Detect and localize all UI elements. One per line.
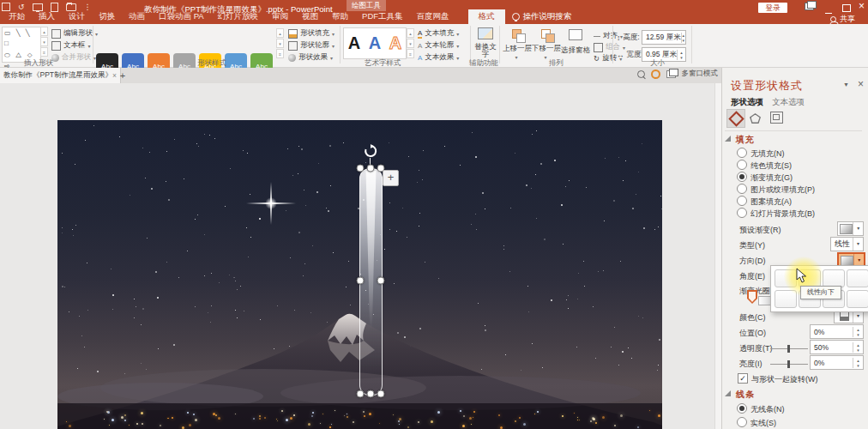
document-tab[interactable]: 教你制作《PPT制作流星雨效果》.pptx ×	[0, 68, 121, 83]
rotate-with-shape-label[interactable]: 与形状一起旋转(W)	[751, 374, 818, 385]
resize-handle-mid-left[interactable]	[357, 277, 365, 285]
send-backward-button[interactable]: 下移一层 ▾	[532, 29, 559, 60]
transparency-slider-thumb[interactable]	[787, 345, 790, 353]
radio-picture-fill-label[interactable]: 图片或纹理填充(P)	[750, 184, 815, 196]
resize-handle-mid-right[interactable]	[377, 277, 385, 285]
bring-forward-button[interactable]: 上移一层 ▾	[503, 29, 530, 60]
direction-option[interactable]	[775, 269, 797, 287]
resize-handle-bottom-left[interactable]	[357, 390, 365, 398]
new-document-tab-button[interactable]: +	[117, 69, 129, 82]
radio-no-line-label[interactable]: 无线条(N)	[750, 404, 785, 415]
radio-no-fill-label[interactable]: 无填充(N)	[750, 148, 785, 160]
resize-handle-top-mid[interactable]	[367, 165, 375, 172]
radio-background-fill[interactable]	[737, 208, 747, 218]
floating-plus-button[interactable]: +	[383, 170, 399, 186]
tab-help[interactable]: 帮助	[325, 9, 355, 24]
ribbon-display-options-icon[interactable]	[805, 3, 814, 12]
wordart-sample-blue[interactable]: A	[369, 33, 381, 53]
radio-gradient-fill[interactable]	[737, 172, 747, 182]
tab-view[interactable]: 视图	[295, 9, 325, 24]
transparency-input[interactable]: 50% ▴▾	[810, 340, 864, 354]
text-effects-button[interactable]: A 文本效果▾	[418, 52, 459, 63]
window-close-icon[interactable]: ×	[859, 2, 865, 10]
gradient-type-dropdown[interactable]: 线性 ▾	[830, 237, 864, 251]
resize-handle-bottom-mid[interactable]	[367, 390, 375, 398]
radio-gradient-fill-label[interactable]: 渐变填充(G)	[750, 172, 793, 184]
text-outline-button[interactable]: A 文本轮廓▾	[418, 40, 459, 51]
panel-tab-shape-options[interactable]: 形状选项	[731, 97, 763, 108]
wordart-sample-black[interactable]: A	[348, 33, 360, 53]
radio-picture-fill[interactable]	[737, 184, 747, 194]
wordart-sample-orange[interactable]: A	[389, 33, 401, 53]
resize-handle-top-left[interactable]	[357, 165, 365, 172]
shape-fill-button[interactable]: 形状填充▾	[288, 28, 335, 39]
radio-solid-line[interactable]	[737, 417, 747, 427]
wordart-scroll[interactable]: ▴▾≡	[407, 28, 414, 58]
gradient-angle-label: 角度(E)	[739, 271, 765, 282]
selection-pane-button[interactable]: 选择窗格	[561, 29, 590, 56]
radio-background-fill-label[interactable]: 幻灯片背景填充(B)	[750, 208, 815, 220]
section-collapse-icon[interactable]	[725, 136, 731, 142]
radio-no-fill[interactable]	[737, 148, 747, 158]
tab-home[interactable]: 开始	[2, 9, 32, 24]
resize-handle-bottom-right[interactable]	[377, 390, 385, 398]
panel-close-icon[interactable]: ×	[858, 78, 864, 90]
brightness-slider-thumb[interactable]	[787, 360, 790, 368]
panel-dropdown-icon[interactable]: ▼	[843, 82, 849, 88]
multi-window-mode-button[interactable]: 多窗口模式	[682, 69, 719, 79]
fill-section-header[interactable]: 填充	[736, 134, 755, 146]
direction-option[interactable]	[823, 269, 845, 287]
tab-review[interactable]: 审阅	[265, 9, 295, 24]
text-box-button[interactable]: 文本框▾	[51, 40, 91, 51]
fill-line-icon-selected[interactable]	[726, 109, 745, 128]
brightness-slider[interactable]	[770, 364, 808, 365]
shape-effects-button[interactable]: 形状效果▾	[288, 52, 333, 63]
radio-pattern-fill-label[interactable]: 图案填充(A)	[750, 196, 792, 208]
tab-slideshow[interactable]: 幻灯片放映	[211, 9, 266, 24]
mouse-cursor	[796, 268, 806, 283]
tab-format[interactable]: 格式	[468, 9, 505, 24]
rotate-with-shape-checkbox[interactable]: ✓	[738, 373, 748, 384]
radio-solid-line-label[interactable]: 实线(S)	[750, 418, 776, 429]
shape-styles-scroll[interactable]: ▴▾≡	[276, 28, 284, 58]
radio-solid-fill[interactable]	[737, 160, 747, 170]
tab-design[interactable]: 设计	[62, 9, 92, 24]
radio-no-line[interactable]	[737, 403, 747, 414]
effects-icon[interactable]	[750, 112, 761, 127]
tab-pdf-tools[interactable]: PDF工具集	[355, 9, 410, 24]
tab-insert[interactable]: 插入	[32, 9, 62, 24]
tab-baidu-netdisk[interactable]: 百度网盘	[410, 9, 456, 24]
edit-shape-button[interactable]: 编辑形状▾	[51, 28, 98, 39]
shape-effects-icon	[288, 54, 296, 62]
section-collapse-icon[interactable]	[725, 390, 731, 396]
stop-position-input[interactable]: 0% ▴▾	[810, 324, 864, 339]
rotate-handle[interactable]	[364, 144, 377, 158]
direction-option[interactable]	[847, 290, 868, 308]
tab-transitions[interactable]: 切换	[92, 9, 122, 24]
size-properties-icon[interactable]	[770, 112, 783, 124]
tell-me-search[interactable]: 操作说明搜索	[505, 9, 579, 24]
preset-gradient-dropdown[interactable]: ▾	[837, 221, 864, 236]
stop-position-label: 位置(O)	[739, 328, 766, 339]
shape-gallery[interactable]: ▭ ╲ ╲ □ ⬭ △ ◇ ⇨	[2, 27, 41, 63]
radio-pattern-fill[interactable]	[737, 196, 747, 206]
panel-tab-text-options[interactable]: 文本选项	[772, 97, 805, 108]
wordart-gallery[interactable]: A A A	[343, 27, 407, 59]
shape-gallery-scroll[interactable]: ▴▾≡	[40, 27, 48, 57]
transparency-slider[interactable]	[770, 348, 808, 349]
line-section-header[interactable]: 线条	[736, 389, 755, 401]
merge-shapes-button[interactable]: 合并形状▾	[51, 52, 96, 63]
gear-icon[interactable]	[651, 69, 660, 79]
search-icon[interactable]	[637, 70, 645, 78]
direction-option[interactable]	[847, 269, 868, 287]
shape-outline-button[interactable]: 形状轮廓▾	[288, 40, 335, 51]
tab-pocket-animation[interactable]: 口袋动画 PA	[152, 9, 211, 24]
radio-solid-fill-label[interactable]: 纯色填充(S)	[750, 160, 792, 172]
height-input[interactable]: 12.59 厘米 ▴▾	[642, 30, 686, 45]
tab-animations[interactable]: 动画	[122, 9, 152, 24]
height-label: ↕ 高度:	[617, 33, 640, 43]
brightness-input[interactable]: 0% ▴▾	[810, 355, 864, 370]
alt-text-button[interactable]: 替换文字	[473, 27, 497, 58]
direction-option[interactable]	[775, 290, 797, 308]
text-fill-button[interactable]: A 文本填充▾	[418, 28, 459, 39]
